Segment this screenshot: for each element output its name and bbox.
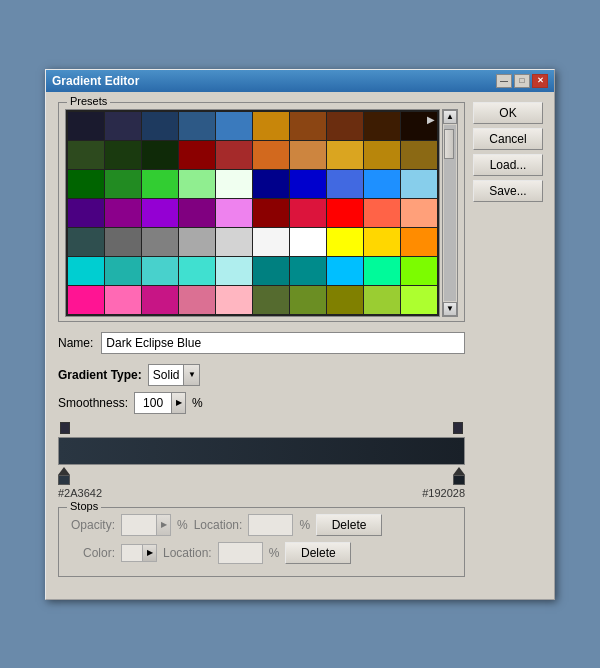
presets-options-arrow[interactable]: ▶ — [427, 114, 435, 125]
smoothness-stepper[interactable]: ▶ — [171, 393, 185, 413]
swatch-item[interactable] — [68, 257, 104, 285]
minimize-button[interactable]: — — [496, 74, 512, 88]
swatch-item[interactable] — [401, 228, 437, 256]
swatch-item[interactable] — [105, 170, 141, 198]
swatch-item[interactable] — [253, 257, 289, 285]
swatch-item[interactable] — [364, 286, 400, 314]
swatch-item[interactable] — [179, 170, 215, 198]
swatch-item[interactable] — [327, 257, 363, 285]
swatch-item[interactable] — [327, 286, 363, 314]
swatch-item[interactable] — [327, 141, 363, 169]
gradient-bar[interactable] — [58, 437, 465, 465]
top-stop-left[interactable] — [60, 422, 70, 436]
scroll-down-arrow[interactable]: ▼ — [443, 302, 457, 316]
swatch-item[interactable] — [327, 199, 363, 227]
swatch-item[interactable] — [142, 199, 178, 227]
swatch-item[interactable] — [253, 199, 289, 227]
swatch-item[interactable] — [290, 286, 326, 314]
swatch-item[interactable] — [68, 199, 104, 227]
color-location-input[interactable] — [218, 542, 263, 564]
swatch-item[interactable] — [179, 199, 215, 227]
scroll-up-arrow[interactable]: ▲ — [443, 110, 457, 124]
swatch-item[interactable] — [68, 228, 104, 256]
swatch-item[interactable] — [68, 112, 104, 140]
swatch-item[interactable] — [105, 286, 141, 314]
swatch-item[interactable] — [253, 228, 289, 256]
gradient-type-select[interactable]: Solid ▼ — [148, 364, 201, 386]
swatch-item[interactable] — [364, 141, 400, 169]
swatch-item[interactable] — [401, 257, 437, 285]
swatch-item[interactable] — [142, 286, 178, 314]
swatch-item[interactable] — [290, 170, 326, 198]
swatch-item[interactable] — [364, 170, 400, 198]
maximize-button[interactable]: □ — [514, 74, 530, 88]
swatch-item[interactable] — [401, 199, 437, 227]
swatch-item[interactable] — [216, 286, 252, 314]
swatch-item[interactable] — [327, 228, 363, 256]
swatch-item[interactable] — [216, 170, 252, 198]
swatch-item[interactable] — [216, 257, 252, 285]
swatch-item[interactable] — [68, 170, 104, 198]
swatch-item[interactable] — [253, 112, 289, 140]
swatch-item[interactable] — [68, 141, 104, 169]
swatch-item[interactable] — [105, 257, 141, 285]
swatch-item[interactable] — [216, 199, 252, 227]
swatch-item[interactable] — [216, 228, 252, 256]
swatch-item[interactable] — [401, 286, 437, 314]
color-swatch-arrow[interactable]: ▶ — [142, 545, 156, 561]
swatch-item[interactable] — [179, 286, 215, 314]
swatch-item[interactable] — [179, 112, 215, 140]
swatch-item[interactable] — [142, 170, 178, 198]
swatch-item[interactable] — [179, 141, 215, 169]
swatch-item[interactable] — [68, 286, 104, 314]
swatch-item[interactable] — [105, 112, 141, 140]
close-button[interactable]: ✕ — [532, 74, 548, 88]
swatch-item[interactable] — [327, 170, 363, 198]
swatch-item[interactable] — [290, 228, 326, 256]
swatch-item[interactable] — [290, 199, 326, 227]
color-swatch[interactable]: ▶ — [121, 544, 157, 562]
swatch-item[interactable] — [364, 257, 400, 285]
swatch-item[interactable] — [253, 141, 289, 169]
swatch-item[interactable] — [364, 228, 400, 256]
swatch-item[interactable] — [290, 112, 326, 140]
swatch-item[interactable] — [179, 257, 215, 285]
swatch-item[interactable] — [290, 141, 326, 169]
swatch-item[interactable] — [142, 141, 178, 169]
bottom-stop-right[interactable] — [453, 467, 465, 485]
bottom-stop-left[interactable] — [58, 467, 70, 485]
swatch-item[interactable] — [105, 199, 141, 227]
opacity-stepper[interactable]: ▶ — [156, 515, 170, 535]
swatch-item[interactable] — [364, 112, 400, 140]
swatch-item[interactable] — [401, 141, 437, 169]
stop-label-right: #192028 — [422, 487, 465, 499]
swatch-item[interactable] — [401, 170, 437, 198]
swatch-item[interactable] — [364, 199, 400, 227]
swatch-item[interactable] — [179, 228, 215, 256]
swatch-item[interactable] — [105, 228, 141, 256]
name-label: Name: — [58, 336, 93, 350]
color-delete-button[interactable]: Delete — [285, 542, 351, 564]
opacity-delete-button[interactable]: Delete — [316, 514, 382, 536]
swatch-item[interactable] — [216, 112, 252, 140]
swatch-item[interactable] — [216, 141, 252, 169]
swatch-item[interactable] — [142, 112, 178, 140]
swatch-item[interactable] — [105, 141, 141, 169]
save-button[interactable]: Save... — [473, 180, 543, 202]
swatch-item[interactable] — [142, 257, 178, 285]
swatch-item[interactable] — [290, 257, 326, 285]
ok-button[interactable]: OK — [473, 102, 543, 124]
opacity-location-input[interactable] — [248, 514, 293, 536]
swatch-item[interactable] — [253, 170, 289, 198]
top-stop-right[interactable] — [453, 422, 463, 436]
opacity-input[interactable]: ▶ — [121, 514, 171, 536]
smoothness-input[interactable]: 100 ▶ — [134, 392, 186, 414]
swatch-item[interactable] — [327, 112, 363, 140]
name-input[interactable] — [101, 332, 465, 354]
scroll-thumb[interactable] — [444, 129, 454, 159]
swatch-item[interactable] — [142, 228, 178, 256]
gradient-type-dropdown-arrow[interactable]: ▼ — [183, 365, 199, 385]
load-button[interactable]: Load... — [473, 154, 543, 176]
cancel-button[interactable]: Cancel — [473, 128, 543, 150]
swatch-item[interactable] — [253, 286, 289, 314]
